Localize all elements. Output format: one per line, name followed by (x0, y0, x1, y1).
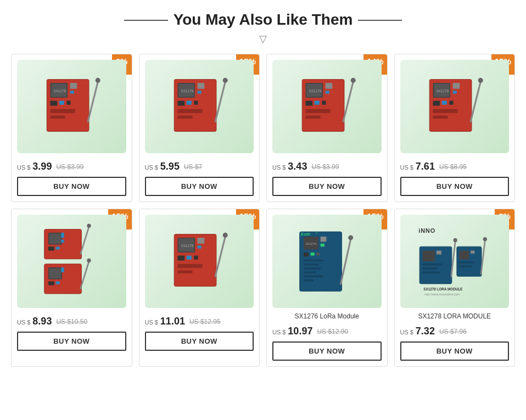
svg-point-113 (454, 238, 457, 242)
buy-now-button[interactable]: BUY NOW (145, 177, 254, 196)
svg-rect-106 (423, 271, 440, 273)
svg-point-51 (478, 78, 483, 83)
svg-rect-105 (423, 267, 438, 270)
original-price: US $12.90 (317, 328, 348, 335)
current-price: US $ 10.97 (272, 326, 312, 337)
svg-rect-103 (437, 250, 441, 254)
svg-text:http://www.innocellent.com: http://www.innocellent.com (425, 292, 461, 295)
svg-text:iNNO: iNNO (419, 227, 436, 234)
svg-rect-47 (450, 100, 454, 104)
chevron-icon: ▽ (11, 33, 515, 45)
svg-line-37 (343, 82, 353, 121)
svg-point-115 (483, 237, 487, 241)
svg-rect-76 (187, 255, 192, 259)
original-price: US $7 (184, 163, 202, 171)
svg-rect-66 (61, 267, 64, 272)
price-row: US $ 8.93 US $10.50 (17, 316, 126, 327)
svg-rect-7 (59, 100, 64, 104)
svg-rect-92 (304, 267, 321, 270)
svg-rect-95 (304, 279, 314, 282)
svg-rect-19 (178, 100, 185, 105)
svg-rect-57 (61, 233, 64, 238)
buy-now-button[interactable]: BUY NOW (400, 177, 510, 196)
buy-now-button[interactable]: BUY NOW (272, 177, 382, 196)
product-card: 0%OFF SX1278 US $ 3.99 US $3.99 BUY NOW (11, 54, 132, 202)
svg-point-60 (87, 223, 91, 227)
current-price: US $ 3.43 (272, 161, 307, 172)
svg-rect-77 (194, 255, 198, 259)
product-image[interactable]: SX1278 (400, 60, 510, 153)
svg-rect-89 (316, 253, 319, 255)
svg-line-98 (341, 239, 351, 283)
product-image[interactable]: SX1278 (145, 215, 254, 308)
svg-rect-36 (305, 115, 320, 118)
product-image[interactable]: SX1278 (145, 60, 254, 153)
svg-rect-56 (55, 247, 59, 249)
product-image[interactable]: SX1278 (272, 60, 382, 153)
svg-rect-54 (49, 233, 61, 243)
svg-rect-43 (453, 83, 460, 89)
section-header: You May Also Like Them ▽ (11, 11, 515, 45)
product-card: 15%OFF SX1278 US $ 5.95 US $7 BUY NOW (139, 54, 260, 202)
svg-rect-18 (198, 91, 202, 93)
svg-rect-17 (198, 83, 205, 89)
original-price: US $3.99 (311, 163, 339, 171)
price-row: US $ 7.61 US $8.95 (400, 161, 510, 172)
current-price: US $ 3.99 (17, 161, 52, 172)
product-card: 14%OFF SX1278 US $ 3.43 US $3.99 BUY NOW (266, 54, 388, 202)
buy-now-button[interactable]: BUY NOW (400, 341, 510, 361)
svg-text:®: ® (315, 231, 317, 234)
svg-rect-75 (178, 255, 185, 260)
svg-rect-55 (48, 247, 54, 250)
svg-line-80 (216, 237, 226, 276)
product-image[interactable]: SX1278 (17, 60, 126, 153)
product-image[interactable]: SX1276 Eoth ® (272, 215, 382, 308)
svg-rect-94 (304, 275, 323, 277)
svg-rect-44 (453, 91, 457, 93)
svg-rect-22 (178, 109, 203, 113)
original-price: US $10.50 (56, 318, 87, 326)
original-price: US $7.96 (439, 328, 467, 335)
svg-text:SX1278: SX1278 (54, 89, 66, 93)
svg-rect-102 (423, 250, 435, 261)
product-card: 8%OFF iNNO http://www.innocellent.com SX… (394, 209, 516, 367)
current-price: US $ 11.01 (145, 316, 185, 327)
product-image[interactable]: iNNO http://www.innocellent.com SX1278 L… (400, 215, 510, 308)
svg-line-67 (81, 261, 89, 289)
svg-text:SX1278: SX1278 (181, 89, 194, 93)
svg-rect-33 (315, 100, 320, 104)
buy-now-button[interactable]: BUY NOW (17, 332, 126, 351)
original-price: US $12.95 (189, 318, 221, 326)
svg-text:SX1278 LORA MODULE: SX1278 LORA MODULE (424, 287, 463, 290)
buy-now-button[interactable]: BUY NOW (145, 332, 254, 351)
svg-rect-110 (460, 261, 474, 264)
svg-rect-30 (326, 83, 333, 89)
svg-rect-73 (198, 238, 205, 244)
svg-line-24 (216, 82, 226, 121)
svg-rect-5 (70, 91, 74, 93)
product-image[interactable] (17, 215, 126, 308)
svg-rect-34 (322, 100, 326, 104)
original-price: US $8.95 (439, 163, 467, 171)
svg-text:SX1278: SX1278 (309, 89, 322, 93)
svg-point-12 (96, 78, 100, 83)
svg-rect-21 (194, 100, 198, 104)
svg-rect-78 (178, 264, 203, 268)
current-price: US $ 7.61 (400, 161, 435, 172)
product-card: 15%OFF US $ 8. (11, 209, 132, 367)
svg-point-68 (87, 259, 91, 262)
svg-rect-48 (433, 109, 458, 113)
svg-rect-93 (304, 271, 316, 273)
product-card: 15%OFF SX1278 US $ 11.01 US $12.95 BUY N… (139, 209, 260, 367)
svg-rect-6 (50, 100, 57, 105)
price-row: US $ 5.95 US $7 (145, 161, 254, 172)
price-row: US $ 7.32 US $7.96 (400, 326, 510, 337)
buy-now-button[interactable]: BUY NOW (17, 177, 126, 196)
svg-rect-49 (433, 115, 448, 118)
product-card: 15%OFF SX1278 US $ 7.61 US $8.95 BUY NOW (394, 54, 516, 202)
svg-rect-8 (66, 100, 70, 104)
current-price: US $ 7.32 (400, 326, 435, 337)
buy-now-button[interactable]: BUY NOW (272, 341, 382, 361)
svg-rect-4 (70, 83, 77, 89)
svg-rect-58 (61, 239, 64, 242)
